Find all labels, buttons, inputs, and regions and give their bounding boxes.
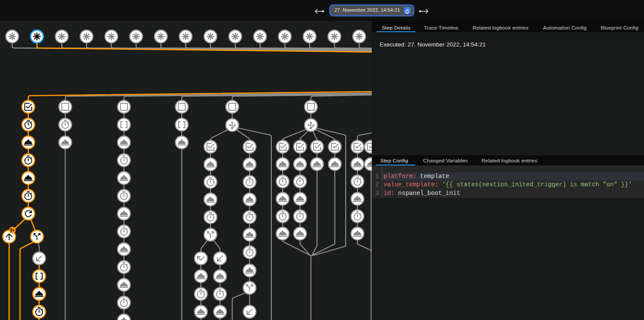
svg-text:9+: 9+ xyxy=(10,228,15,233)
